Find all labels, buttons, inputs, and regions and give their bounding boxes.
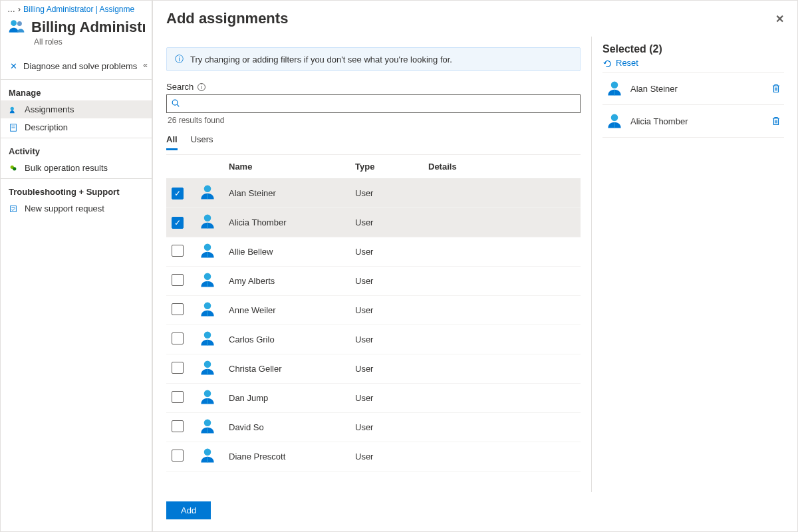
row-details bbox=[423, 179, 581, 208]
row-name: Carlos Grilo bbox=[223, 325, 350, 354]
row-name: Anne Weiler bbox=[223, 296, 350, 325]
svg-point-8 bbox=[13, 167, 16, 170]
bulk-icon bbox=[9, 164, 18, 173]
results-table: Name Type Details Alan SteinerUserAlicia… bbox=[166, 155, 581, 471]
svg-line-12 bbox=[177, 104, 179, 106]
row-type: User bbox=[350, 384, 423, 413]
diagnose-icon: ✕ bbox=[9, 61, 18, 71]
row-checkbox[interactable] bbox=[172, 217, 184, 229]
selected-heading: Selected (2) bbox=[602, 43, 784, 55]
tab-users[interactable]: Users bbox=[191, 134, 213, 150]
nav-description[interactable]: Description bbox=[1, 118, 152, 136]
row-checkbox[interactable] bbox=[172, 450, 184, 462]
row-type: User bbox=[350, 179, 423, 208]
row-name: Christa Geller bbox=[223, 354, 350, 384]
row-checkbox[interactable] bbox=[172, 274, 184, 286]
breadcrumb-link[interactable]: Billing Administrator | Assignme bbox=[23, 5, 134, 14]
row-details bbox=[423, 267, 581, 296]
description-icon bbox=[9, 123, 18, 132]
col-name[interactable]: Name bbox=[223, 155, 350, 179]
selected-name: Alicia Thomber bbox=[630, 116, 764, 126]
row-checkbox[interactable] bbox=[172, 420, 184, 432]
assignments-icon bbox=[9, 105, 18, 114]
row-name: David So bbox=[223, 413, 350, 442]
table-row[interactable]: Amy AlbertsUser bbox=[166, 267, 581, 296]
table-row[interactable]: Allie BellewUser bbox=[166, 237, 581, 267]
breadcrumb-ellipsis[interactable]: … bbox=[7, 5, 15, 14]
info-icon[interactable]: i bbox=[198, 83, 205, 91]
row-type: User bbox=[350, 325, 423, 354]
selected-item: Alicia Thomber bbox=[602, 105, 784, 138]
table-row[interactable]: Alan SteinerUser bbox=[166, 179, 581, 208]
remove-selected-button[interactable] bbox=[771, 83, 781, 94]
row-type: User bbox=[350, 208, 423, 237]
table-row[interactable]: Diane PrescottUser bbox=[166, 442, 581, 471]
row-details bbox=[423, 354, 581, 384]
svg-point-2 bbox=[17, 21, 22, 26]
nav-section-activity: Activity bbox=[1, 140, 152, 159]
table-row[interactable]: David SoUser bbox=[166, 413, 581, 442]
page-title: Billing Administrato bbox=[31, 19, 145, 36]
reset-button[interactable]: Reset bbox=[602, 58, 784, 68]
col-details[interactable]: Details bbox=[423, 155, 581, 179]
close-icon[interactable]: ✕ bbox=[775, 13, 784, 25]
remove-selected-button[interactable] bbox=[771, 116, 781, 126]
row-details bbox=[423, 442, 581, 471]
table-row[interactable]: Anne WeilerUser bbox=[166, 296, 581, 325]
row-checkbox[interactable] bbox=[172, 303, 184, 315]
panel-title: Add assignments bbox=[166, 10, 288, 27]
col-type[interactable]: Type bbox=[350, 155, 423, 179]
row-checkbox[interactable] bbox=[172, 188, 184, 200]
row-checkbox[interactable] bbox=[172, 332, 184, 344]
row-name: Alan Steiner bbox=[223, 179, 350, 208]
search-input[interactable] bbox=[183, 99, 576, 109]
svg-rect-9 bbox=[11, 205, 17, 211]
svg-point-1 bbox=[11, 20, 17, 26]
row-name: Allie Bellew bbox=[223, 237, 350, 267]
row-details bbox=[423, 325, 581, 354]
row-details bbox=[423, 237, 581, 267]
nav-support-request[interactable]: New support request bbox=[1, 200, 152, 217]
person-icon bbox=[198, 428, 217, 438]
search-label: Search bbox=[166, 82, 194, 92]
row-name: Dan Jump bbox=[223, 384, 350, 413]
row-name: Diane Prescott bbox=[223, 442, 350, 471]
page-subtitle: All roles bbox=[1, 37, 152, 55]
person-icon bbox=[198, 223, 217, 233]
table-row[interactable]: Dan JumpUser bbox=[166, 384, 581, 413]
row-details bbox=[423, 296, 581, 325]
person-icon bbox=[605, 79, 624, 98]
row-type: User bbox=[350, 296, 423, 325]
row-type: User bbox=[350, 267, 423, 296]
table-row[interactable]: Carlos GriloUser bbox=[166, 325, 581, 354]
row-name: Alicia Thomber bbox=[223, 208, 350, 237]
nav-section-troubleshoot: Troubleshooting + Support bbox=[1, 180, 152, 200]
info-bar: ⓘ Try changing or adding filters if you … bbox=[166, 47, 581, 71]
row-type: User bbox=[350, 442, 423, 471]
breadcrumb[interactable]: … › Billing Administrator | Assignme bbox=[1, 1, 152, 14]
results-count: 26 results found bbox=[166, 113, 581, 128]
person-icon bbox=[198, 340, 217, 350]
nav-bulk-results[interactable]: Bulk operation results bbox=[1, 159, 152, 177]
undo-icon bbox=[602, 59, 612, 68]
row-checkbox[interactable] bbox=[172, 362, 184, 374]
table-row[interactable]: Alicia ThomberUser bbox=[166, 208, 581, 237]
person-icon bbox=[198, 311, 217, 321]
row-checkbox[interactable] bbox=[172, 391, 184, 403]
diagnose-link[interactable]: ✕ Diagnose and solve problems bbox=[1, 55, 152, 78]
row-checkbox[interactable] bbox=[172, 245, 184, 257]
collapse-sidebar-button[interactable]: « bbox=[143, 61, 148, 70]
row-name: Amy Alberts bbox=[223, 267, 350, 296]
add-button[interactable]: Add bbox=[166, 501, 211, 519]
row-details bbox=[423, 208, 581, 237]
person-icon bbox=[198, 398, 217, 408]
person-icon bbox=[198, 369, 217, 379]
svg-point-3 bbox=[11, 106, 14, 110]
support-icon bbox=[9, 204, 18, 213]
person-icon bbox=[198, 281, 217, 291]
tab-all[interactable]: All bbox=[166, 134, 178, 150]
person-icon bbox=[605, 112, 624, 130]
table-row[interactable]: Christa GellerUser bbox=[166, 354, 581, 384]
nav-assignments[interactable]: Assignments bbox=[1, 100, 152, 118]
results-scroll[interactable]: Name Type Details Alan SteinerUserAlicia… bbox=[166, 154, 581, 492]
